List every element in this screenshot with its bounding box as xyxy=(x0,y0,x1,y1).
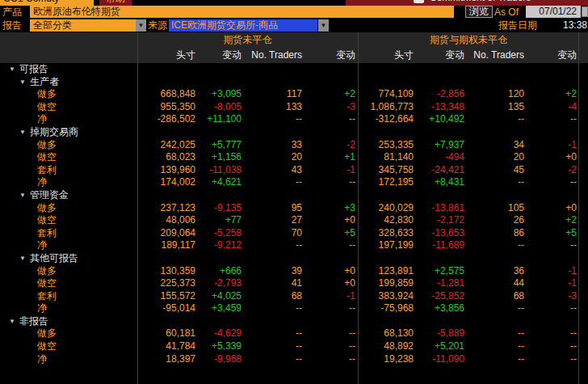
change-cell: +5,777 xyxy=(198,139,244,152)
tree-category-row[interactable]: ▼其他可报告 xyxy=(0,252,579,265)
tree-collapse-icon[interactable]: ▼ xyxy=(19,255,26,262)
table-row[interactable]: 净174,002+4,621----172,195+8,431---- xyxy=(0,176,579,189)
tree-category-row[interactable]: ▼生产者 xyxy=(0,76,579,89)
table-row[interactable]: 净-286,502+11,100-----312,664+10,492---- xyxy=(0,113,579,126)
table-row[interactable]: 做空225,373-2,79341+0199,859-1,28144-1 xyxy=(0,277,579,290)
report-type-dropdown[interactable]: 全部分类 xyxy=(30,19,136,32)
change-cell: -13,348 xyxy=(416,101,467,114)
table-row[interactable]: 套利209,064-5,25870+5328,633-13,65386+5 xyxy=(0,227,579,240)
traders-change-cell: -3 xyxy=(304,101,358,114)
table-row[interactable]: 净-95,014+3,459-----75,968+3,856---- xyxy=(0,302,579,315)
security-ticker-field[interactable]: CO1 Comdty xyxy=(0,0,94,6)
position-cell: -286,502 xyxy=(137,113,198,126)
position-cell: 209,064 xyxy=(137,227,198,240)
table-row[interactable]: 做多668,848+3,095117+2774,109-2,856120+2 xyxy=(0,88,579,101)
row-label: 其他可报告 xyxy=(30,252,78,264)
table-row[interactable]: 做多237,123-9,13595+3240,029-13,861105+0 xyxy=(0,202,579,215)
table-row[interactable]: 做空955,350-8,005133-31,086,773-13,348135-… xyxy=(0,101,579,114)
traders-change-cell: -- xyxy=(304,176,358,189)
position-cell: -312,664 xyxy=(358,113,416,126)
position-cell: 174,002 xyxy=(137,176,198,189)
table-row[interactable]: 做多242,025+5,77733-2253,335+7,93734-1 xyxy=(0,139,579,152)
report-dropdown-arrow-icon[interactable]: ▼ xyxy=(136,19,146,32)
tree-collapse-icon[interactable]: ▼ xyxy=(9,65,15,73)
table-row[interactable]: 做多130,359+66639+0123,891+2,57536-1 xyxy=(0,265,579,278)
table-row[interactable]: 净189,117-9,212----197,199-11,689---- xyxy=(0,239,579,252)
change-cell: -8,005 xyxy=(198,101,244,114)
help-button[interactable]: 帮助 xyxy=(99,0,132,6)
table-row[interactable]: 做空48,006+7727+042,830-2,17226+2 xyxy=(0,214,579,227)
position-cell: 955,350 xyxy=(137,101,198,114)
traders-change-cell: +5 xyxy=(304,227,358,240)
change-cell: -9,135 xyxy=(198,202,244,215)
traders-cell: -- xyxy=(467,327,527,340)
traders-change-cell: -1 xyxy=(304,164,358,177)
document-icon xyxy=(414,0,424,3)
table-header: 期货未平仓 期货与期权未平仓 头寸 变动 No. Traders 变动 头寸 变… xyxy=(0,32,588,63)
tree-category-row[interactable]: ▼非报告 xyxy=(0,315,579,328)
table-row[interactable]: 套利139,960-11,03843-1345,758-24,42145-2 xyxy=(0,164,579,177)
table-row[interactable]: 做空41,784+5,339----48,892+5,201---- xyxy=(0,340,579,353)
traders-cell: -- xyxy=(244,327,304,340)
as-of-date-input[interactable]: 07/01/22 xyxy=(526,6,581,18)
row-label: 做多 xyxy=(37,265,57,276)
product-label: 产品 xyxy=(2,6,22,19)
calendar-icon[interactable] xyxy=(582,6,588,17)
change-cell: -9,212 xyxy=(198,239,244,252)
product-input[interactable]: 欧洲原油布伦特期货 xyxy=(30,6,454,18)
position-cell: 1,086,773 xyxy=(358,101,416,114)
change-cell: -5,889 xyxy=(416,327,467,340)
traders-change-cell: -- xyxy=(527,340,579,353)
traders-change-cell: -- xyxy=(304,327,358,340)
traders-change-cell: -- xyxy=(527,239,579,252)
source-dropdown-arrow-icon[interactable]: ▼ xyxy=(318,19,329,32)
traders-cell: 39 xyxy=(244,265,304,278)
change-cell: -2,172 xyxy=(416,214,467,227)
change-cell: +11,100 xyxy=(198,113,244,126)
traders-cell: 20 xyxy=(244,151,304,164)
traders-change-cell: +2 xyxy=(527,214,579,227)
app-title: Commitment of Traders xyxy=(346,0,588,6)
change-cell: -2,793 xyxy=(198,277,244,290)
traders-change-cell: +2 xyxy=(304,88,358,101)
table-row[interactable]: 做空68,023+1,15620+181,140-49420+0 xyxy=(0,151,579,164)
row-label: 掉期交易商 xyxy=(30,126,78,137)
table-row[interactable]: 套利155,572+4,02568-1383,924-25,85268-3 xyxy=(0,290,579,303)
divider xyxy=(137,32,138,384)
row-label: 净 xyxy=(37,176,47,188)
change-cell: +5,339 xyxy=(198,340,244,353)
tree-collapse-icon[interactable]: ▼ xyxy=(19,192,26,199)
row-label: 做空 xyxy=(37,101,57,112)
tree-category-row[interactable]: ▼管理资金 xyxy=(0,189,579,202)
traders-change-cell: -- xyxy=(527,327,579,340)
change-cell: +8,431 xyxy=(416,176,467,189)
row-label: 可报告 xyxy=(19,63,48,74)
traders-cell: -- xyxy=(467,353,527,366)
table-row[interactable]: 做多60,181-4,629----68,130-5,889---- xyxy=(0,327,579,340)
tree-collapse-icon[interactable]: ▼ xyxy=(19,78,26,86)
source-dropdown[interactable]: ICE欧洲期货交易所-商品 xyxy=(169,19,317,32)
change-cell: -11,090 xyxy=(416,353,467,366)
position-cell: 18,397 xyxy=(137,353,198,366)
change-cell: -11,038 xyxy=(198,164,244,177)
row-label: 净 xyxy=(37,302,47,314)
traders-cell: 43 xyxy=(244,164,304,177)
change-cell: +4,621 xyxy=(198,176,244,189)
position-cell: 668,848 xyxy=(137,88,198,101)
row-label: 做空 xyxy=(37,340,57,352)
row-label: 套利 xyxy=(37,227,57,238)
table-row[interactable]: 净18,397-9,968----19,238-11,090---- xyxy=(0,353,579,366)
tree-collapse-icon[interactable]: ▼ xyxy=(19,129,26,136)
tree-category-row[interactable]: ▼掉期交易商 xyxy=(0,126,579,139)
row-label: 非报告 xyxy=(19,315,48,327)
change-cell: -13,653 xyxy=(416,227,467,240)
traders-cell: -- xyxy=(467,176,527,189)
row-label: 做多 xyxy=(37,327,57,339)
browse-button[interactable]: 浏览 xyxy=(465,6,493,18)
change-cell: +77 xyxy=(198,214,244,227)
traders-change-cell: +0 xyxy=(527,202,579,215)
position-cell: 345,758 xyxy=(358,164,416,177)
tree-collapse-icon[interactable]: ▼ xyxy=(9,318,15,325)
traders-cell: 45 xyxy=(467,164,527,177)
tree-category-row[interactable]: ▼可报告 xyxy=(0,63,579,76)
